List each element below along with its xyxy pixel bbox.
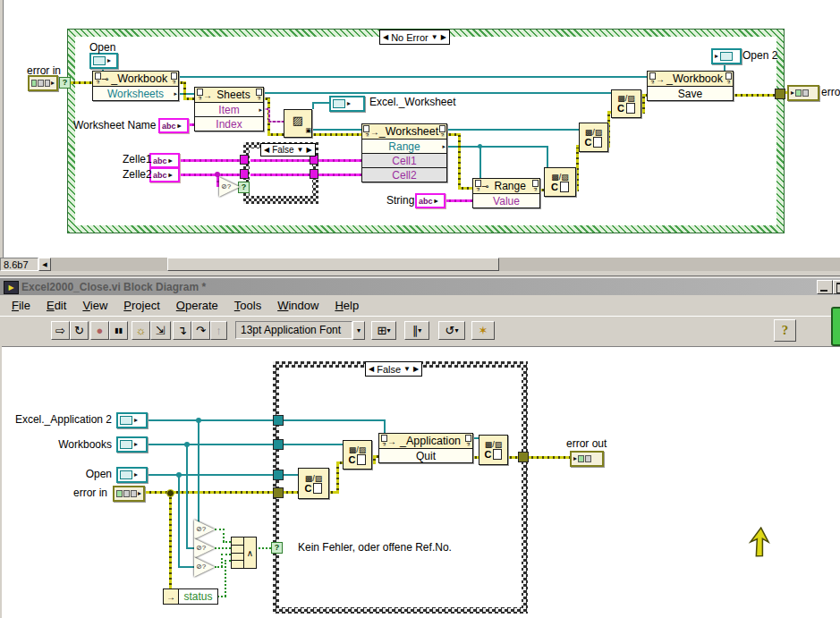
open-terminal-b[interactable]: ▸ xyxy=(116,467,148,483)
zelle1-string-control[interactable]: abc ▸ xyxy=(149,153,180,168)
zelle2-string-control[interactable]: abc ▸ xyxy=(149,167,180,182)
title-bar[interactable]: ▶ Excel2000_Close.vi Block Diagram * xyxy=(0,277,840,296)
scrollbar-track-left[interactable] xyxy=(51,258,167,271)
case-next-icon[interactable]: ▶ xyxy=(413,366,419,373)
row-quit[interactable]: Quit xyxy=(379,448,472,462)
inner-case-selector-label[interactable]: ◀ False ▼ ▶ xyxy=(260,143,316,157)
tunnel-zelle1-left[interactable] xyxy=(240,155,249,165)
range-property-node[interactable]: ?! ⊸ Range ?! Value xyxy=(472,178,540,208)
open2-refnum-indicator[interactable]: ▸ xyxy=(711,48,742,64)
menu-edit[interactable]: Edit xyxy=(38,297,74,314)
scrollbar-left-arrow[interactable]: ◀ xyxy=(38,258,51,271)
maximize-button[interactable] xyxy=(833,280,840,294)
close-reference-node-A[interactable]: ▩/▨ C xyxy=(343,440,372,470)
worksheet-invoke-node[interactable]: ?! → _Worksheet ?! Range▸ Cell1 Cell2 xyxy=(361,123,447,182)
menu-window[interactable]: Window xyxy=(269,297,327,314)
tunnel-zelle2-right[interactable] xyxy=(310,169,318,179)
tunnel-workbooks[interactable] xyxy=(273,439,284,450)
unbundle-element-status[interactable]: status xyxy=(179,588,218,605)
scrollbar-track-right[interactable] xyxy=(499,258,840,271)
tunnel-zelle2-left[interactable] xyxy=(240,169,249,179)
minimize-button[interactable] xyxy=(817,280,833,294)
error-out-terminal-b[interactable]: ▸ xyxy=(570,451,604,467)
menu-file[interactable]: File xyxy=(4,297,38,314)
row-save[interactable]: Save xyxy=(648,86,733,100)
scrollbar-thumb[interactable] xyxy=(167,258,499,271)
help-button[interactable]: ? xyxy=(774,319,796,342)
workbook-property-node[interactable]: ?! ⊸ _Workbook ?! Worksheets▸ xyxy=(92,71,179,101)
case-prev-icon[interactable]: ◀ xyxy=(369,366,374,373)
node-corner-right: ?! xyxy=(438,125,445,138)
close-reference-node-B[interactable]: ▩/▨ C xyxy=(298,468,329,499)
abort-button[interactable]: ● xyxy=(90,321,109,340)
workbooks-terminal[interactable]: ▸ xyxy=(116,436,148,453)
menu-tools[interactable]: Tools xyxy=(226,297,269,314)
error-in-terminal-b[interactable]: ▸ xyxy=(113,486,145,502)
invoke-row-item[interactable]: Item▸ xyxy=(195,102,263,116)
close-reference-node-1[interactable]: ▩/▨ C xyxy=(611,89,641,118)
font-selector-dropdown[interactable]: ▾ xyxy=(352,321,365,340)
pause-button[interactable]: ▮▮ xyxy=(109,321,128,340)
reorder-button[interactable]: ↺▾ xyxy=(438,321,465,340)
case-selector-terminal[interactable]: ? xyxy=(59,77,71,89)
menu-help[interactable]: Help xyxy=(327,297,367,314)
distribute-objects-button[interactable]: ∥▾ xyxy=(404,321,429,340)
case-next-icon[interactable]: ▶ xyxy=(441,34,446,41)
to-more-specific-class-node[interactable]: ▨ ▣ xyxy=(284,109,312,138)
compound-and-node[interactable]: ∧ xyxy=(231,537,257,569)
tunnel-open-b[interactable] xyxy=(273,470,284,480)
close-reference-node-C[interactable]: ▩/▨ C xyxy=(479,435,508,465)
inner-case-dropdown-icon[interactable]: ▼ xyxy=(297,147,304,154)
clean-up-diagram-button[interactable]: ✶ xyxy=(471,321,495,340)
excel-application2-terminal[interactable]: ▸ xyxy=(116,412,148,428)
case-selector-terminal-b[interactable]: ? xyxy=(271,542,283,554)
case-prev-icon[interactable]: ◀ xyxy=(383,34,388,41)
wire-zelle2-b xyxy=(250,174,311,176)
property-row-worksheets[interactable]: Worksheets▸ xyxy=(93,86,178,100)
close-reference-node-2[interactable]: ▩/▨ C xyxy=(579,123,608,152)
unbundle-status-node[interactable]: → status xyxy=(163,588,218,605)
step-out-button[interactable]: ↑ xyxy=(210,321,227,340)
excel-worksheet-class-const[interactable]: ▸ xyxy=(329,96,365,112)
highlight-execution-button[interactable]: ☼ xyxy=(132,321,150,340)
application-quit-invoke-node[interactable]: ?! → _Application ?! Quit xyxy=(378,433,473,463)
retain-wire-values-button[interactable]: ⇲ xyxy=(150,321,171,340)
row-cell2[interactable]: Cell2 xyxy=(362,167,446,182)
align-objects-button[interactable]: ⊞▾ xyxy=(371,321,396,340)
error-out-terminal-top[interactable]: ▸ xyxy=(787,85,819,101)
sheets-invoke-node[interactable]: ?! → Sheets ?! Item▸ Index xyxy=(194,87,264,131)
wire-t3-v xyxy=(221,554,223,567)
string-control[interactable]: abc ▸ xyxy=(415,193,445,208)
menu-project[interactable]: Project xyxy=(115,297,167,314)
open-refnum-terminal[interactable]: ▸ xyxy=(89,53,118,69)
row-range[interactable]: Range▸ xyxy=(362,139,446,153)
scrollbar-value-box[interactable]: 8.6b7 xyxy=(0,258,38,271)
step-into-button[interactable]: ↴ xyxy=(173,321,191,340)
close-reference-node-3[interactable]: ▩/▨ C xyxy=(544,167,576,197)
font-selector[interactable]: 13pt Application Font xyxy=(235,321,352,339)
inner-case-prev-icon[interactable]: ◀ xyxy=(264,147,269,154)
invoke-row-index[interactable]: Index xyxy=(195,116,263,131)
tunnel-excelapp2[interactable] xyxy=(273,415,284,426)
tunnel-errorout-b[interactable] xyxy=(518,452,529,462)
run-continuous-button[interactable]: ↻ xyxy=(70,321,89,340)
inner-case-next-icon[interactable]: ▶ xyxy=(307,147,312,154)
worksheet-name-string-control[interactable]: abc ▸ xyxy=(158,118,189,133)
case-dropdown-icon[interactable]: ▼ xyxy=(403,366,411,373)
row-cell1[interactable]: Cell1 xyxy=(362,153,446,167)
case-dropdown-icon[interactable]: ▼ xyxy=(431,34,438,41)
error-in-terminal[interactable]: ▸ xyxy=(28,75,58,91)
row-value[interactable]: Value xyxy=(473,193,539,207)
vi-icon-pane[interactable] xyxy=(831,307,840,346)
menu-operate[interactable]: Operate xyxy=(168,297,226,314)
workbooks-label: Workbooks xyxy=(7,438,112,451)
workbook-save-invoke-node[interactable]: ?! → _Workbook ?! Save xyxy=(647,71,734,101)
tunnel-errorin-b[interactable] xyxy=(273,487,284,498)
run-button[interactable]: ⇨ xyxy=(51,321,70,340)
tunnel-error-right[interactable] xyxy=(775,89,785,99)
step-over-button[interactable]: ↷ xyxy=(191,321,210,340)
terminal-out-arrow: ▸ xyxy=(107,57,111,64)
case-selector-label-no-error[interactable]: ◀ No Error ▼ ▶ xyxy=(379,30,450,45)
case-selector-label-false[interactable]: ◀ False ▼ ▶ xyxy=(365,361,422,377)
menu-view[interactable]: View xyxy=(74,297,115,314)
